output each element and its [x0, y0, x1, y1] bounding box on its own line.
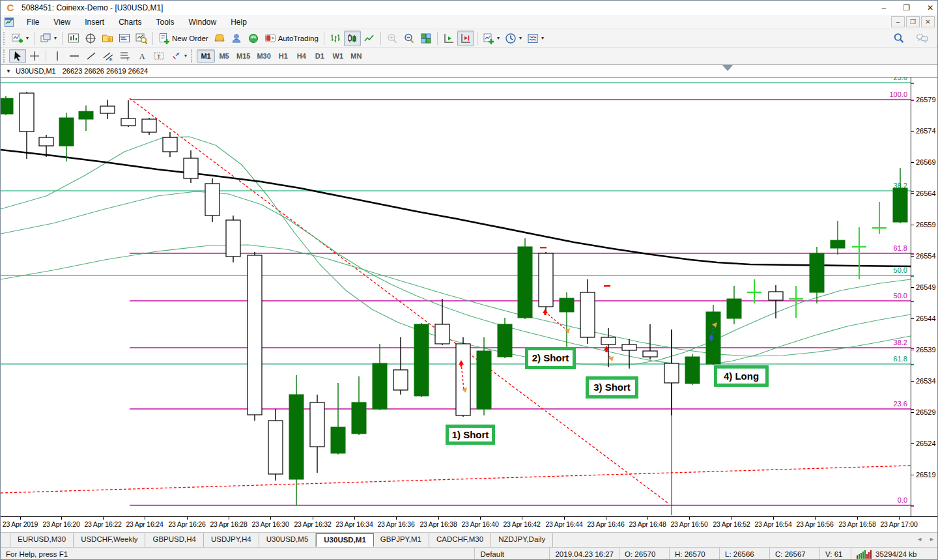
- close-button[interactable]: ✕: [927, 3, 933, 12]
- chart-tab-nzdjpy-daily[interactable]: NZDJPY,Daily: [491, 533, 553, 547]
- timeframe-mn[interactable]: MN: [347, 49, 365, 63]
- profiles-button[interactable]: ▾: [37, 31, 59, 46]
- chart-tab-gbpjpy-m1[interactable]: GBPJPY,M1: [373, 533, 429, 547]
- timeframe-h4[interactable]: H4: [292, 49, 311, 63]
- restore-button[interactable]: ❐: [903, 3, 910, 12]
- time-axis[interactable]: 23 Apr 201923 Apr 16:2023 Apr 16:2223 Ap…: [1, 516, 938, 532]
- chevron-down-icon[interactable]: ▾: [26, 35, 29, 41]
- chart-tab-gbpusd-h4[interactable]: GBPUSD,H4: [145, 533, 203, 547]
- chevron-down-icon[interactable]: ▾: [497, 35, 500, 41]
- data-window-button[interactable]: [82, 31, 99, 46]
- market-button[interactable]: [245, 31, 262, 46]
- fib-retracement-green[interactable]: 23.638.250.061.8: [1, 77, 911, 364]
- vertical-line-button[interactable]: [49, 49, 66, 63]
- price-axis[interactable]: 2657926574265692656426559265542654926544…: [911, 77, 938, 516]
- auto-scroll-button[interactable]: [440, 31, 457, 46]
- menu-insert[interactable]: Insert: [78, 16, 111, 28]
- menu-charts[interactable]: Charts: [111, 16, 149, 28]
- child-restore-button[interactable]: ❐: [906, 16, 920, 27]
- status-help-text: For Help, press F1: [1, 550, 474, 558]
- toolbar-grip[interactable]: [3, 49, 7, 63]
- timeframe-m5[interactable]: M5: [215, 49, 233, 63]
- timeframe-d1[interactable]: D1: [311, 49, 329, 63]
- toolbar-grip[interactable]: [191, 49, 194, 63]
- tile-windows-icon: [420, 33, 432, 44]
- status-datetime: 2019.04.23 16:27: [549, 548, 619, 560]
- templates-button[interactable]: ▾: [524, 31, 547, 46]
- child-close-button[interactable]: ✕: [921, 16, 935, 27]
- chart-shift-marker[interactable]: [722, 65, 733, 71]
- tile-windows-button[interactable]: [418, 31, 434, 46]
- menu-tools[interactable]: Tools: [149, 16, 182, 28]
- timeframe-m30[interactable]: M30: [253, 49, 274, 63]
- chevron-down-icon[interactable]: ▾: [54, 35, 57, 41]
- trade-label-2-short[interactable]: 2) Short: [525, 347, 576, 369]
- text-label-button[interactable]: T: [150, 49, 167, 63]
- indicators-button[interactable]: ▾: [480, 31, 502, 46]
- chart-area[interactable]: 23.638.250.061.8100.061.850.038.223.60.0…: [1, 77, 911, 516]
- fibonacci-button[interactable]: F: [117, 49, 134, 63]
- chevron-down-icon[interactable]: ▾: [519, 35, 522, 41]
- tab-scroll-left-icon[interactable]: ◄: [917, 536, 922, 542]
- new-order-button[interactable]: New Order: [156, 31, 211, 46]
- cursor-button[interactable]: [9, 49, 26, 63]
- time-label: 23 Apr 16:56: [796, 520, 833, 528]
- market-watch-button[interactable]: [65, 31, 82, 46]
- chevron-down-icon[interactable]: ▾: [541, 35, 544, 41]
- timeframe-w1[interactable]: W1: [329, 49, 347, 63]
- metaeditor-button[interactable]: [211, 31, 228, 46]
- crosshair-button[interactable]: [26, 49, 43, 63]
- line-chart-button[interactable]: [361, 31, 378, 46]
- svg-text:23.6: 23.6: [894, 77, 907, 81]
- connection-bars-icon: [857, 550, 872, 559]
- toolbar-separator: [62, 32, 63, 45]
- chart-tab-eurusd-m30[interactable]: EURUSD,M30: [10, 533, 74, 547]
- profiles-icon: [40, 33, 51, 44]
- timeframe-m15[interactable]: M15: [233, 49, 253, 63]
- arrows-button[interactable]: ▾: [167, 49, 190, 63]
- menu-help[interactable]: Help: [223, 16, 254, 28]
- new-order-icon: [158, 33, 170, 44]
- chart-shift-button[interactable]: [457, 31, 474, 46]
- time-label: 23 Apr 16:34: [335, 520, 373, 528]
- zoom-in-button[interactable]: [384, 31, 401, 46]
- one-click-trading-toggle-icon[interactable]: ▼: [6, 68, 11, 74]
- chevron-down-icon[interactable]: ▾: [184, 53, 187, 59]
- trade-label-3-short[interactable]: 3) Short: [586, 376, 638, 399]
- chart-window-icon[interactable]: [4, 17, 16, 27]
- chart-tab-u30usd-m1[interactable]: U30USD,M1: [316, 533, 374, 547]
- menu-file[interactable]: File: [20, 16, 46, 28]
- community-button[interactable]: [228, 31, 245, 46]
- new-chart-button[interactable]: ▾: [9, 31, 31, 46]
- timeframe-h1[interactable]: H1: [274, 49, 292, 63]
- toolbar-grip[interactable]: [3, 32, 7, 45]
- terminal-button[interactable]: [116, 31, 133, 46]
- chat-icon[interactable]: [914, 31, 931, 46]
- timeframe-m1[interactable]: M1: [197, 49, 215, 63]
- search-icon[interactable]: [890, 31, 907, 46]
- menu-view[interactable]: View: [46, 16, 78, 28]
- strategy-tester-button[interactable]: [133, 31, 150, 46]
- chart-tab-cadchf-m30[interactable]: CADCHF,M30: [429, 533, 491, 547]
- bar-chart-button[interactable]: [327, 31, 344, 46]
- periods-button[interactable]: ▾: [502, 31, 524, 46]
- zoom-out-button[interactable]: [401, 31, 418, 46]
- minimize-button[interactable]: –: [881, 3, 886, 12]
- child-minimize-button[interactable]: –: [891, 16, 905, 27]
- candlestick-button[interactable]: [344, 31, 361, 46]
- chart-tab-usdjpy-h4[interactable]: USDJPY,H4: [204, 533, 259, 547]
- trade-label-1-short[interactable]: 1) Short: [446, 425, 495, 445]
- autotrading-button[interactable]: AutoTrading: [262, 31, 321, 46]
- price-label: 26554: [916, 252, 936, 260]
- navigator-button[interactable]: [99, 31, 116, 46]
- menu-window[interactable]: Window: [182, 16, 224, 28]
- chart-tab-u30usd-m5[interactable]: U30USD,M5: [259, 533, 317, 547]
- tab-scroll-right-icon[interactable]: ►: [929, 536, 935, 542]
- title-bar: C 5088451: Coinexx-Demo - [U30USD,M1] – …: [1, 1, 938, 15]
- equidistant-channel-button[interactable]: E: [100, 49, 117, 63]
- trade-label-4-long[interactable]: 4) Long: [714, 365, 769, 387]
- chart-tab-usdchf-weekly[interactable]: USDCHF,Weekly: [74, 533, 145, 547]
- horizontal-line-button[interactable]: [66, 49, 83, 63]
- text-button[interactable]: A: [134, 49, 150, 63]
- trendline-button[interactable]: [83, 49, 100, 63]
